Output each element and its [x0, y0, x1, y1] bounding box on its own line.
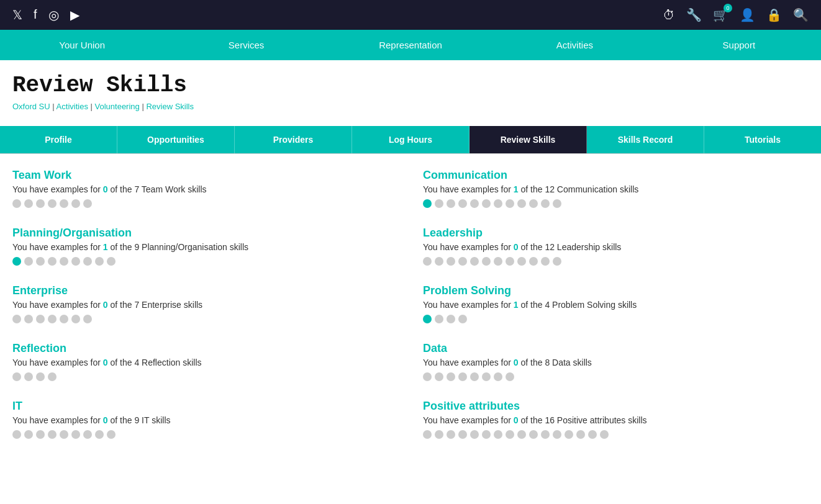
- skill-dot: [506, 199, 514, 208]
- skill-dot: [506, 257, 514, 266]
- tab-skills-record[interactable]: Skills Record: [587, 126, 704, 153]
- skill-dot: [83, 199, 92, 208]
- youtube-icon[interactable]: ▶: [70, 7, 79, 22]
- skill-description: You have examples for 0 of the 9 IT skil…: [12, 415, 398, 425]
- tab-log-hours[interactable]: Log Hours: [352, 126, 469, 153]
- skill-block: Data You have examples for 0 of the 8 Da…: [423, 342, 809, 381]
- breadcrumb-home[interactable]: Oxford SU: [12, 102, 50, 111]
- tab-opportunities[interactable]: Opportunities: [117, 126, 235, 153]
- skill-dot: [423, 372, 432, 381]
- skill-dot: [48, 257, 57, 266]
- skill-title[interactable]: Reflection: [12, 342, 398, 355]
- skill-title[interactable]: Enterprise: [12, 284, 398, 297]
- nav-activities[interactable]: Activities: [492, 30, 656, 60]
- skill-dot: [447, 257, 455, 266]
- skill-dot: [458, 430, 467, 439]
- skill-title[interactable]: IT: [12, 400, 398, 413]
- skill-title[interactable]: Communication: [423, 169, 809, 182]
- skill-title[interactable]: Problem Solving: [423, 284, 809, 297]
- tab-providers[interactable]: Providers: [235, 126, 352, 153]
- page-title: Review Skills: [12, 73, 809, 98]
- skill-title[interactable]: Positive attributes: [423, 400, 809, 413]
- skill-dot: [71, 430, 80, 439]
- skill-block: Team Work You have examples for 0 of the…: [12, 169, 398, 208]
- skill-title[interactable]: Leadership: [423, 227, 809, 240]
- skill-description: You have examples for 0 of the 16 Positi…: [423, 415, 809, 425]
- skill-description: You have examples for 0 of the 12 Leader…: [423, 242, 809, 252]
- skill-dot: [482, 257, 491, 266]
- skill-dot: [494, 257, 502, 266]
- skill-title[interactable]: Planning/Organisation: [12, 227, 398, 240]
- skill-dot: [447, 315, 455, 323]
- skill-dot: [435, 257, 443, 266]
- skill-dot: [470, 372, 479, 381]
- skill-dot: [24, 430, 33, 439]
- skill-description: You have examples for 0 of the 7 Enterpr…: [12, 300, 398, 310]
- skill-dot: [506, 372, 514, 381]
- skill-dots: [12, 257, 398, 266]
- nav-services[interactable]: Services: [164, 30, 328, 60]
- twitter-icon[interactable]: 𝕏: [12, 7, 22, 22]
- skill-dot: [48, 315, 57, 323]
- skill-dot: [600, 430, 609, 439]
- breadcrumb-review-skills[interactable]: Review Skills: [146, 102, 194, 111]
- breadcrumb-volunteering[interactable]: Volunteering: [95, 102, 140, 111]
- skill-dot: [12, 372, 21, 381]
- skill-dot: [36, 257, 45, 266]
- skill-dot: [470, 430, 479, 439]
- skill-block: Reflection You have examples for 0 of th…: [12, 342, 398, 381]
- tab-tutorials[interactable]: Tutorials: [704, 126, 821, 153]
- speed-icon[interactable]: ⏱: [663, 8, 675, 22]
- tab-profile[interactable]: Profile: [0, 126, 117, 153]
- skill-dot: [565, 430, 573, 439]
- nav-support[interactable]: Support: [657, 30, 821, 60]
- search-icon[interactable]: 🔍: [793, 7, 809, 22]
- skill-dot: [470, 199, 479, 208]
- skill-dot: [541, 430, 550, 439]
- skill-dot: [506, 430, 514, 439]
- skill-dot: [553, 257, 561, 266]
- skill-dots: [423, 315, 809, 323]
- skill-dot: [71, 199, 80, 208]
- breadcrumb-activities[interactable]: Activities: [57, 102, 88, 111]
- skill-dot: [71, 257, 80, 266]
- skill-dot: [541, 199, 550, 208]
- skill-dot: [423, 199, 432, 208]
- skill-dot: [482, 199, 491, 208]
- breadcrumb: Oxford SU | Activities | Volunteering | …: [12, 102, 809, 111]
- skill-title[interactable]: Team Work: [12, 169, 398, 182]
- skill-block: Planning/Organisation You have examples …: [12, 227, 398, 266]
- lock-icon[interactable]: 🔒: [766, 7, 782, 22]
- skill-title[interactable]: Data: [423, 342, 809, 355]
- top-bar: 𝕏 f ◎ ▶ ⏱ 🔧 🛒 0 👤 🔒 🔍: [0, 0, 821, 30]
- skill-dot: [24, 199, 33, 208]
- skill-dot: [95, 430, 104, 439]
- skill-description: You have examples for 0 of the 7 Team Wo…: [12, 184, 398, 194]
- skill-description: You have examples for 0 of the 4 Reflect…: [12, 358, 398, 367]
- skill-dots: [423, 372, 809, 381]
- skill-dot: [447, 372, 455, 381]
- nav-your-union[interactable]: Your Union: [0, 30, 164, 60]
- skill-dot: [458, 257, 467, 266]
- skill-dot: [541, 257, 550, 266]
- skills-grid: Team Work You have examples for 0 of the…: [12, 169, 809, 457]
- skill-dot: [24, 315, 33, 323]
- skill-dot: [48, 430, 57, 439]
- skill-dot: [71, 315, 80, 323]
- skill-dot: [494, 372, 502, 381]
- skill-dot: [423, 257, 432, 266]
- wrench-icon[interactable]: 🔧: [686, 7, 702, 22]
- instagram-icon[interactable]: ◎: [48, 7, 59, 22]
- skill-dot: [95, 257, 104, 266]
- skill-dot: [529, 257, 538, 266]
- skill-dot: [24, 372, 33, 381]
- cart-icon[interactable]: 🛒 0: [713, 7, 728, 22]
- user-icon[interactable]: 👤: [740, 7, 755, 22]
- skill-block: Positive attributes You have examples fo…: [423, 400, 809, 439]
- facebook-icon[interactable]: f: [34, 7, 37, 22]
- skill-dots: [12, 372, 398, 381]
- nav-representation[interactable]: Representation: [329, 30, 492, 60]
- skill-dot: [83, 315, 92, 323]
- tab-review-skills[interactable]: Review Skills: [469, 126, 587, 153]
- skill-dot: [458, 372, 467, 381]
